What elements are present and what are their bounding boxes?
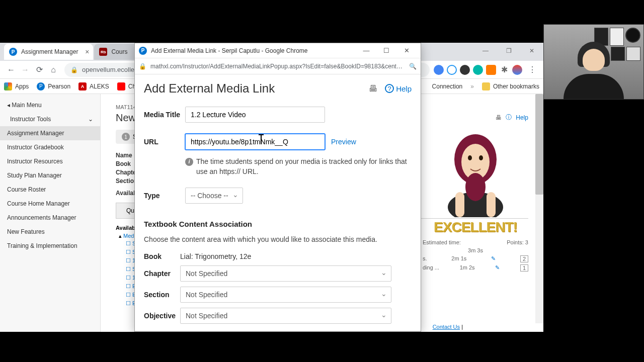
sidebar-assignment-manager[interactable]: Assignment Manager [0, 126, 100, 140]
help-link[interactable]: ?Help [385, 84, 412, 93]
maximize-icon[interactable]: ☐ [376, 47, 396, 54]
popup-heading: Add External Media Link [144, 81, 275, 96]
book-value: Lial: Trigonometry, 12e [180, 252, 251, 260]
lock-icon: 🔒 [139, 63, 146, 70]
sidebar-main-menu[interactable]: ◂ Main Menu [0, 98, 100, 112]
ext-icon[interactable] [434, 65, 444, 75]
section-select[interactable]: Not Specified [180, 287, 391, 303]
apps-bookmark[interactable]: Apps [4, 82, 29, 90]
url-input[interactable] [185, 134, 325, 150]
extensions-icon[interactable]: ✱ [499, 65, 509, 75]
extension-icons: ✱ ⋮ [434, 65, 539, 75]
association-note: Choose the content area with which you w… [144, 235, 412, 243]
ext-icon[interactable] [447, 65, 457, 75]
tab-label: Cours [111, 48, 127, 55]
section-label: Section [144, 291, 180, 299]
footer: Contact Us | [433, 324, 463, 330]
sidebar-course-home[interactable]: Course Home Manager [0, 197, 100, 211]
window-controls: — ❐ ✕ [474, 43, 543, 59]
chapter-select[interactable]: Not Specified [180, 265, 391, 282]
url-label: URL [144, 138, 185, 146]
chapter-label: Chapter [144, 269, 180, 278]
popup-window: P Add External Media Link - Serpil Caput… [134, 43, 421, 332]
svg-point-4 [479, 155, 483, 160]
webcam-overlay [543, 24, 644, 100]
svg-rect-7 [487, 192, 496, 217]
forward-icon[interactable]: → [18, 65, 32, 74]
est-time-value: 3m 3s [468, 247, 483, 253]
contact-link[interactable]: Contact Us [433, 324, 460, 330]
objective-label: Objective [144, 312, 180, 320]
question-row: ding ...1m 2s✎1 [423, 263, 528, 273]
back-icon[interactable]: ← [4, 65, 18, 74]
pearson-favicon: P [9, 48, 17, 56]
sidebar-gradebook[interactable]: Instructor Gradebook [0, 140, 100, 154]
ext-icon[interactable] [460, 65, 470, 75]
help-icon[interactable]: ⓘ [506, 113, 512, 122]
sidebar-announcements[interactable]: Announcements Manager [0, 211, 100, 225]
type-select[interactable]: -- Choose -- [185, 188, 243, 204]
sidebar-training[interactable]: Training & Implementation [0, 239, 100, 253]
lock-icon: 🔒 [70, 66, 78, 73]
print-icon[interactable]: 🖶 [369, 83, 378, 94]
tab-assignment-manager[interactable]: P Assignment Manager × [4, 44, 93, 60]
right-panel: 🖶 ⓘ Help EXCELLENT! Es [423, 113, 528, 273]
ext-icon[interactable] [473, 65, 483, 75]
avail-item[interactable]: Medi [123, 233, 135, 239]
avatar-image: EXCELLENT! [423, 132, 528, 235]
sidebar-resources[interactable]: Instructor Resources [0, 154, 100, 168]
url-note: i The time students spend on your media … [185, 157, 412, 176]
sidebar-instructor-tools[interactable]: Instructor Tools⌄ [0, 112, 100, 126]
popup-url-text: mathxl.com/Instructor/AddExternalMediaLi… [150, 63, 405, 70]
svg-point-3 [468, 155, 472, 160]
sidebar-study-plan[interactable]: Study Plan Manager [0, 168, 100, 183]
scrollbar[interactable] [535, 94, 543, 323]
sidebar-new-features[interactable]: New Features [0, 225, 100, 239]
help-link[interactable]: Help [516, 114, 528, 121]
excellent-text: EXCELLENT! [423, 219, 528, 235]
info-icon: i [185, 158, 193, 166]
svg-point-5 [465, 173, 486, 201]
minimize-icon[interactable]: — [474, 43, 497, 59]
connection-bookmark[interactable]: Connection [432, 83, 463, 90]
objective-select[interactable]: Not Specified [180, 308, 391, 324]
close-icon[interactable]: ✕ [520, 43, 543, 59]
home-icon[interactable]: ⌂ [46, 65, 60, 74]
est-time-label: Estimated time: [423, 239, 461, 245]
media-title-label: Media Title [144, 111, 185, 119]
reload-icon[interactable]: ⟳ [32, 65, 46, 74]
chevron-down-icon: ⌄ [88, 116, 93, 123]
book-label: Book [144, 252, 180, 260]
svg-rect-6 [455, 192, 464, 217]
ext-icon[interactable] [486, 65, 496, 75]
popup-address-bar[interactable]: 🔒 mathxl.com/Instructor/AddExternalMedia… [135, 58, 421, 74]
close-icon[interactable]: × [85, 48, 89, 56]
type-label: Type [144, 192, 185, 200]
pearson-bookmark[interactable]: PPearson [37, 82, 70, 90]
popup-titlebar: P Add External Media Link - Serpil Caput… [135, 43, 421, 58]
sidebar: ◂ Main Menu Instructor Tools⌄ Assignment… [0, 94, 101, 332]
menu-icon[interactable]: ⋮ [525, 65, 539, 74]
profile-icon[interactable] [512, 65, 522, 75]
minimize-icon[interactable]: — [356, 47, 376, 54]
print-icon[interactable]: 🖶 [496, 114, 502, 121]
pearson-icon: P [139, 47, 147, 55]
association-heading: Textbook Content Association [144, 220, 412, 228]
question-row: s.2m 1s✎2 [423, 254, 528, 263]
favicon: Rb [99, 48, 107, 56]
aleks-bookmark[interactable]: AALEKS [78, 82, 109, 90]
points-label: Points: 3 [507, 239, 528, 245]
preview-link[interactable]: Preview [331, 138, 356, 146]
popup-window-title: Add External Media Link - Serpil Caputlu… [151, 47, 307, 54]
zoom-icon[interactable]: 🔍 [409, 63, 417, 70]
sidebar-roster[interactable]: Course Roster [0, 183, 100, 197]
maximize-icon[interactable]: ❐ [497, 43, 520, 59]
other-bookmarks[interactable]: Other bookmarks [482, 82, 539, 90]
media-title-input[interactable] [185, 107, 325, 123]
close-icon[interactable]: ✕ [396, 47, 417, 54]
tab-label: Assignment Manager [21, 48, 78, 55]
